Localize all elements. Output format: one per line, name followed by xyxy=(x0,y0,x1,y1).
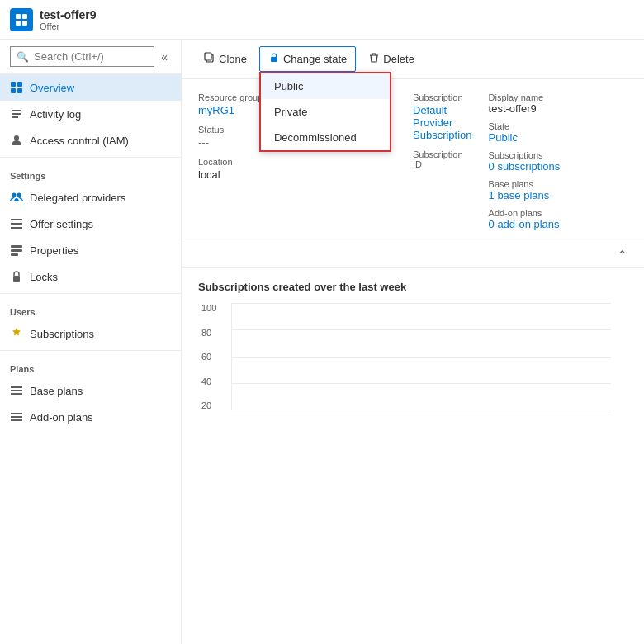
subscription-id-field: Subscription ID xyxy=(413,149,472,171)
sidebar-item-subscriptions[interactable]: Subscriptions xyxy=(0,320,181,347)
subscription-value[interactable]: Default Provider Subscription xyxy=(413,104,472,141)
activity-log-icon xyxy=(10,107,23,121)
clone-button[interactable]: Clone xyxy=(195,46,256,72)
base-plans-value[interactable]: 1 base plans xyxy=(489,189,644,201)
svg-rect-21 xyxy=(11,386,22,388)
right-details: Display name test-offer9 State Public Su… xyxy=(489,92,644,230)
sidebar-item-offer-settings[interactable]: Offer settings xyxy=(0,211,181,237)
change-state-dropdown-menu: Public Private Decommissioned xyxy=(259,72,391,152)
dropdown-item-decommissioned[interactable]: Decommissioned xyxy=(261,125,390,150)
addon-plans-value[interactable]: 0 add-on plans xyxy=(489,218,644,230)
location-label: Location xyxy=(198,157,396,167)
display-name-label: Display name xyxy=(489,92,644,102)
subscriptions-count-field: Subscriptions 0 subscriptions xyxy=(489,150,644,173)
sidebar-item-access-control[interactable]: Access control (IAM) xyxy=(0,127,181,154)
chart-title: Subscriptions created over the last week xyxy=(198,281,627,293)
properties-icon xyxy=(10,244,23,257)
svg-rect-23 xyxy=(11,393,22,395)
state-value[interactable]: Public xyxy=(489,131,644,144)
content-area: Clone Change state Public Private Decomm… xyxy=(182,40,644,644)
dropdown-item-public[interactable]: Public xyxy=(261,73,390,99)
app-title-block: test-offer9 Offer xyxy=(40,8,96,31)
locks-icon xyxy=(10,270,23,283)
y-label-40: 40 xyxy=(201,376,216,386)
subscriptions-count-label: Subscriptions xyxy=(489,150,644,160)
svg-rect-1 xyxy=(22,14,27,19)
divider-users xyxy=(0,293,181,294)
svg-point-11 xyxy=(14,135,19,140)
svg-rect-18 xyxy=(11,249,22,252)
grid-line-2 xyxy=(232,329,611,330)
display-name-value: test-offer9 xyxy=(489,102,644,115)
state-label: State xyxy=(489,121,644,131)
access-control-icon xyxy=(10,134,23,147)
addon-plans-label: Add-on plans xyxy=(489,208,644,218)
svg-rect-26 xyxy=(11,419,22,421)
copy-icon xyxy=(204,52,215,66)
delete-button[interactable]: Delete xyxy=(359,46,424,72)
sidebar-search-container: 🔍 « xyxy=(0,40,181,74)
location-value: local xyxy=(198,168,396,181)
chevron-up-icon[interactable]: ⌃ xyxy=(617,248,627,263)
display-name-field: Display name test-offer9 xyxy=(489,92,644,115)
grid-line-1 xyxy=(232,303,611,304)
sidebar-item-properties[interactable]: Properties xyxy=(0,237,181,263)
lock-icon xyxy=(268,52,280,66)
toolbar: Clone Change state Public Private Decomm… xyxy=(182,40,644,79)
change-state-label: Change state xyxy=(283,53,347,65)
base-plans-icon xyxy=(10,384,23,397)
subscriptions-count-value[interactable]: 0 subscriptions xyxy=(489,160,644,173)
svg-rect-5 xyxy=(17,82,22,87)
section-header-plans: Plans xyxy=(0,354,181,377)
svg-rect-19 xyxy=(11,253,18,256)
delete-label: Delete xyxy=(383,53,414,65)
change-state-button[interactable]: Change state xyxy=(259,46,356,72)
collapse-button[interactable]: « xyxy=(158,49,171,65)
y-label-80: 80 xyxy=(201,328,216,338)
location-field: Location local xyxy=(198,157,396,181)
svg-rect-9 xyxy=(12,113,21,115)
subscription-field: Subscription Default Provider Subscripti… xyxy=(413,92,472,141)
sidebar-item-label-offer-settings: Offer settings xyxy=(30,218,93,230)
svg-rect-6 xyxy=(11,88,16,93)
base-plans-field: Base plans 1 base plans xyxy=(489,179,644,201)
svg-rect-3 xyxy=(22,21,27,26)
sidebar-item-label-base-plans: Base plans xyxy=(30,385,83,397)
svg-rect-29 xyxy=(271,57,277,62)
svg-rect-15 xyxy=(11,223,22,225)
chart-area xyxy=(231,303,611,410)
state-field: State Public xyxy=(489,121,644,144)
sidebar-item-label-overview: Overview xyxy=(30,82,74,94)
section-header-users: Users xyxy=(0,297,181,320)
dropdown-item-private[interactable]: Private xyxy=(261,99,390,125)
detail-section: Resource group myRG1 Status --- Location… xyxy=(182,79,644,244)
svg-rect-20 xyxy=(13,276,20,282)
svg-rect-25 xyxy=(11,416,22,418)
sidebar-item-label-locks: Locks xyxy=(30,271,58,283)
sidebar-item-label-properties: Properties xyxy=(30,244,78,257)
sidebar-item-locks[interactable]: Locks xyxy=(0,263,181,290)
sidebar: 🔍 « Overview Activity log xyxy=(0,40,182,644)
delegated-providers-icon xyxy=(10,191,23,204)
y-label-20: 20 xyxy=(201,400,216,410)
chevron-area: ⌃ xyxy=(182,244,644,268)
divider-settings xyxy=(0,157,181,158)
change-state-dropdown-wrapper: Change state Public Private Decommission… xyxy=(259,46,356,72)
subscriptions-icon xyxy=(10,327,23,340)
sidebar-item-label-activity: Activity log xyxy=(30,108,81,121)
svg-rect-17 xyxy=(11,245,22,248)
sidebar-item-activity-log[interactable]: Activity log xyxy=(0,101,181,127)
svg-rect-28 xyxy=(205,53,211,60)
sidebar-item-base-plans[interactable]: Base plans xyxy=(0,377,181,404)
grid-line-4 xyxy=(232,383,611,384)
addon-plans-icon xyxy=(10,410,23,424)
divider-plans xyxy=(0,350,181,351)
sidebar-item-addon-plans[interactable]: Add-on plans xyxy=(0,404,181,430)
search-input[interactable] xyxy=(10,46,154,67)
offer-icon xyxy=(10,8,33,31)
app-subtitle: Offer xyxy=(40,21,96,31)
chart-section: Subscriptions created over the last week… xyxy=(182,268,644,424)
sidebar-item-overview[interactable]: Overview xyxy=(0,74,181,101)
y-label-100: 100 xyxy=(201,303,216,313)
sidebar-item-delegated-providers[interactable]: Delegated providers xyxy=(0,184,181,211)
